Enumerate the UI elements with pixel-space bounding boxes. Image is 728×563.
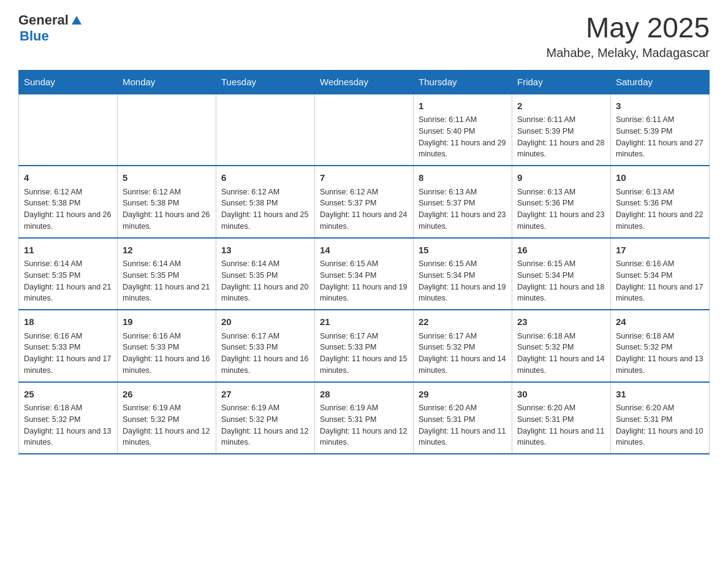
daylight-text: Daylight: 11 hours and 17 minutes. bbox=[616, 282, 704, 305]
daylight-text: Daylight: 11 hours and 26 minutes. bbox=[123, 209, 211, 232]
sunrise-text: Sunrise: 6:18 AM bbox=[24, 402, 112, 414]
sunset-text: Sunset: 5:31 PM bbox=[517, 414, 605, 426]
calendar-cell: 10Sunrise: 6:13 AMSunset: 5:36 PMDayligh… bbox=[611, 166, 710, 238]
day-number: 8 bbox=[419, 171, 507, 185]
daylight-text: Daylight: 11 hours and 19 minutes. bbox=[419, 282, 507, 305]
daylight-text: Daylight: 11 hours and 29 minutes. bbox=[419, 137, 507, 161]
calendar-cell: 20Sunrise: 6:17 AMSunset: 5:33 PMDayligh… bbox=[216, 310, 315, 382]
sunset-text: Sunset: 5:32 PM bbox=[419, 342, 507, 353]
day-number: 1 bbox=[419, 99, 507, 113]
day-number: 7 bbox=[320, 171, 408, 185]
day-number: 27 bbox=[221, 388, 309, 402]
calendar-cell: 18Sunrise: 6:16 AMSunset: 5:33 PMDayligh… bbox=[19, 310, 118, 382]
calendar-cell: 13Sunrise: 6:14 AMSunset: 5:35 PMDayligh… bbox=[216, 238, 315, 310]
daylight-text: Daylight: 11 hours and 23 minutes. bbox=[517, 209, 605, 232]
sunset-text: Sunset: 5:36 PM bbox=[517, 197, 605, 209]
sunrise-text: Sunrise: 6:12 AM bbox=[24, 186, 112, 198]
sunset-text: Sunset: 5:33 PM bbox=[221, 342, 309, 353]
sunrise-text: Sunrise: 6:11 AM bbox=[517, 114, 605, 126]
sunrise-text: Sunrise: 6:17 AM bbox=[221, 331, 309, 342]
sunset-text: Sunset: 5:34 PM bbox=[517, 270, 605, 282]
calendar-cell: 7Sunrise: 6:12 AMSunset: 5:37 PMDaylight… bbox=[315, 166, 414, 238]
calendar-cell: 29Sunrise: 6:20 AMSunset: 5:31 PMDayligh… bbox=[414, 382, 512, 454]
calendar-cell: 6Sunrise: 6:12 AMSunset: 5:38 PMDaylight… bbox=[216, 166, 315, 238]
calendar-cell: 23Sunrise: 6:18 AMSunset: 5:32 PMDayligh… bbox=[512, 310, 611, 382]
sunrise-text: Sunrise: 6:13 AM bbox=[517, 186, 605, 198]
daylight-text: Daylight: 11 hours and 12 minutes. bbox=[123, 426, 211, 449]
sunrise-text: Sunrise: 6:20 AM bbox=[517, 402, 605, 414]
sunrise-text: Sunrise: 6:12 AM bbox=[320, 186, 408, 198]
calendar-week-row-5: 25Sunrise: 6:18 AMSunset: 5:32 PMDayligh… bbox=[19, 382, 710, 454]
day-number: 19 bbox=[123, 315, 211, 329]
calendar-cell: 31Sunrise: 6:20 AMSunset: 5:31 PMDayligh… bbox=[611, 382, 710, 454]
sunset-text: Sunset: 5:35 PM bbox=[24, 270, 112, 282]
sunset-text: Sunset: 5:31 PM bbox=[616, 414, 704, 426]
daylight-text: Daylight: 11 hours and 15 minutes. bbox=[320, 353, 408, 377]
daylight-text: Daylight: 11 hours and 10 minutes. bbox=[616, 426, 704, 449]
sunrise-text: Sunrise: 6:18 AM bbox=[517, 331, 605, 342]
svg-marker-0 bbox=[72, 16, 82, 25]
day-number: 14 bbox=[320, 243, 408, 258]
calendar-week-row-2: 4Sunrise: 6:12 AMSunset: 5:38 PMDaylight… bbox=[19, 166, 710, 238]
calendar-cell: 2Sunrise: 6:11 AMSunset: 5:39 PMDaylight… bbox=[512, 94, 611, 166]
day-number: 10 bbox=[616, 171, 704, 185]
page-header: General Blue May 2025 Mahabe, Melaky, Ma… bbox=[18, 12, 710, 60]
title-section: May 2025 Mahabe, Melaky, Madagascar bbox=[547, 12, 710, 60]
sunrise-text: Sunrise: 6:18 AM bbox=[616, 331, 704, 342]
daylight-text: Daylight: 11 hours and 19 minutes. bbox=[320, 282, 408, 305]
logo: General Blue bbox=[18, 12, 82, 44]
daylight-text: Daylight: 11 hours and 11 minutes. bbox=[419, 426, 507, 449]
sunrise-text: Sunrise: 6:14 AM bbox=[123, 258, 211, 270]
sunset-text: Sunset: 5:39 PM bbox=[616, 126, 704, 137]
calendar-cell: 28Sunrise: 6:19 AMSunset: 5:31 PMDayligh… bbox=[315, 382, 414, 454]
sunrise-text: Sunrise: 6:19 AM bbox=[123, 402, 211, 414]
calendar-cell: 1Sunrise: 6:11 AMSunset: 5:40 PMDaylight… bbox=[414, 94, 512, 166]
sunset-text: Sunset: 5:38 PM bbox=[123, 197, 211, 209]
sunrise-text: Sunrise: 6:14 AM bbox=[24, 258, 112, 270]
daylight-text: Daylight: 11 hours and 17 minutes. bbox=[24, 353, 112, 377]
day-number: 11 bbox=[24, 243, 112, 258]
calendar-week-row-1: 1Sunrise: 6:11 AMSunset: 5:40 PMDaylight… bbox=[19, 94, 710, 166]
sunrise-text: Sunrise: 6:17 AM bbox=[419, 331, 507, 342]
sunrise-text: Sunrise: 6:12 AM bbox=[123, 186, 211, 198]
header-friday: Friday bbox=[512, 70, 611, 94]
sunrise-text: Sunrise: 6:17 AM bbox=[320, 331, 408, 342]
sunset-text: Sunset: 5:36 PM bbox=[616, 197, 704, 209]
sunset-text: Sunset: 5:37 PM bbox=[320, 197, 408, 209]
daylight-text: Daylight: 11 hours and 16 minutes. bbox=[123, 353, 211, 377]
calendar-cell: 24Sunrise: 6:18 AMSunset: 5:32 PMDayligh… bbox=[611, 310, 710, 382]
daylight-text: Daylight: 11 hours and 27 minutes. bbox=[616, 137, 704, 161]
sunset-text: Sunset: 5:31 PM bbox=[419, 414, 507, 426]
sunset-text: Sunset: 5:34 PM bbox=[616, 270, 704, 282]
calendar-cell: 9Sunrise: 6:13 AMSunset: 5:36 PMDaylight… bbox=[512, 166, 611, 238]
logo-triangle-icon bbox=[71, 15, 82, 26]
calendar-cell: 25Sunrise: 6:18 AMSunset: 5:32 PMDayligh… bbox=[19, 382, 118, 454]
sunrise-text: Sunrise: 6:16 AM bbox=[24, 331, 112, 342]
day-number: 28 bbox=[320, 388, 408, 402]
calendar-cell: 3Sunrise: 6:11 AMSunset: 5:39 PMDaylight… bbox=[611, 94, 710, 166]
header-tuesday: Tuesday bbox=[216, 70, 315, 94]
location-subtitle: Mahabe, Melaky, Madagascar bbox=[547, 46, 710, 60]
sunset-text: Sunset: 5:33 PM bbox=[24, 342, 112, 353]
calendar-cell bbox=[19, 94, 118, 166]
logo-general: General bbox=[18, 12, 69, 28]
daylight-text: Daylight: 11 hours and 21 minutes. bbox=[123, 282, 211, 305]
sunset-text: Sunset: 5:32 PM bbox=[517, 342, 605, 353]
calendar-week-row-3: 11Sunrise: 6:14 AMSunset: 5:35 PMDayligh… bbox=[19, 238, 710, 310]
calendar-cell: 26Sunrise: 6:19 AMSunset: 5:32 PMDayligh… bbox=[118, 382, 216, 454]
sunset-text: Sunset: 5:38 PM bbox=[24, 197, 112, 209]
daylight-text: Daylight: 11 hours and 13 minutes. bbox=[24, 426, 112, 449]
sunset-text: Sunset: 5:31 PM bbox=[320, 414, 408, 426]
sunset-text: Sunset: 5:32 PM bbox=[24, 414, 112, 426]
day-number: 26 bbox=[123, 388, 211, 402]
day-number: 18 bbox=[24, 315, 112, 329]
header-wednesday: Wednesday bbox=[315, 70, 414, 94]
month-year-title: May 2025 bbox=[547, 12, 710, 44]
daylight-text: Daylight: 11 hours and 23 minutes. bbox=[419, 209, 507, 232]
sunset-text: Sunset: 5:38 PM bbox=[221, 197, 309, 209]
day-number: 17 bbox=[616, 243, 704, 258]
header-monday: Monday bbox=[118, 70, 216, 94]
calendar-cell: 8Sunrise: 6:13 AMSunset: 5:37 PMDaylight… bbox=[414, 166, 512, 238]
daylight-text: Daylight: 11 hours and 28 minutes. bbox=[517, 137, 605, 161]
day-number: 30 bbox=[517, 388, 605, 402]
